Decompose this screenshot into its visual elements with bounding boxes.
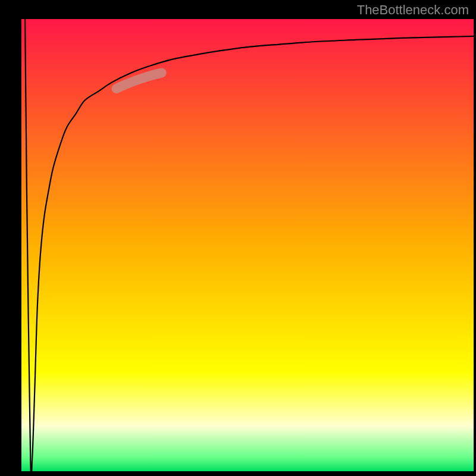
- watermark-text: TheBottleneck.com: [357, 2, 469, 18]
- chart-container: TheBottleneck.com: [0, 0, 476, 476]
- plot-background-gradient: [21, 19, 474, 471]
- chart-svg: [0, 0, 476, 476]
